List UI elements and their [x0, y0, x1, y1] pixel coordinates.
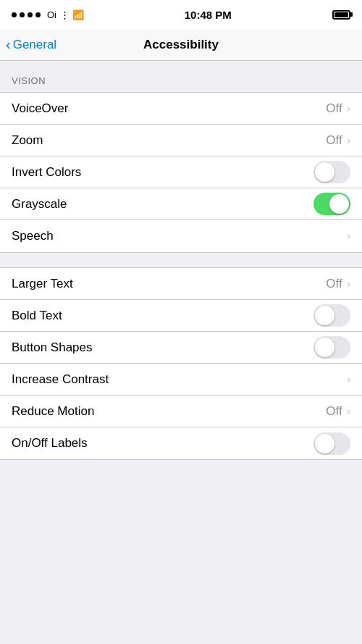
voiceover-chevron-icon: ›: [347, 102, 350, 115]
row-button-shapes[interactable]: Button Shapes: [0, 332, 362, 364]
zoom-label: Zoom: [12, 133, 43, 148]
signal-dots: [12, 12, 41, 17]
bold-text-toggle[interactable]: [313, 304, 350, 327]
battery-icon: [332, 10, 350, 20]
invert-colors-toggle-thumb: [315, 162, 334, 182]
reduce-motion-value: Off: [326, 404, 342, 419]
reduce-motion-right: Off ›: [326, 404, 350, 419]
bold-text-toggle-thumb: [315, 306, 334, 325]
invert-colors-label: Invert Colors: [12, 165, 81, 180]
grayscale-toggle-thumb: [329, 194, 349, 214]
larger-text-right: Off ›: [326, 277, 350, 291]
nav-bar: ‹ General Accessibility: [0, 29, 362, 61]
larger-text-label: Larger Text: [12, 277, 73, 291]
row-onoff-labels[interactable]: On/Off Labels: [0, 427, 362, 459]
status-bar-left: Oi ⋮ 📶: [12, 9, 84, 20]
invert-colors-toggle[interactable]: [313, 161, 350, 183]
row-increase-contrast[interactable]: Increase Contrast ›: [0, 364, 362, 396]
back-button[interactable]: ‹ General: [6, 37, 56, 53]
button-shapes-toggle-thumb: [315, 338, 334, 357]
increase-contrast-right: ›: [347, 373, 350, 386]
dot-4: [35, 12, 41, 17]
reduce-motion-chevron-icon: ›: [347, 405, 350, 418]
back-label: General: [13, 38, 56, 52]
back-chevron-icon: ‹: [6, 36, 11, 53]
increase-contrast-chevron-icon: ›: [347, 373, 350, 386]
reduce-motion-label: Reduce Motion: [12, 404, 94, 419]
wifi-icon: ⋮ 📶: [60, 9, 84, 20]
bold-text-label: Bold Text: [12, 309, 62, 323]
page-title: Accessibility: [143, 38, 219, 52]
dot-1: [12, 12, 17, 17]
button-shapes-label: Button Shapes: [12, 340, 93, 355]
zoom-value: Off: [326, 133, 342, 148]
status-bar-right: [332, 10, 350, 20]
row-larger-text[interactable]: Larger Text Off ›: [0, 268, 362, 300]
onoff-labels-toggle[interactable]: [313, 432, 350, 455]
onoff-labels-label: On/Off Labels: [12, 436, 88, 451]
battery-fill: [334, 12, 348, 17]
row-invert-colors[interactable]: Invert Colors: [0, 156, 362, 188]
row-reduce-motion[interactable]: Reduce Motion Off ›: [0, 396, 362, 427]
larger-text-chevron-icon: ›: [347, 277, 350, 290]
status-time: 10:48 PM: [185, 9, 232, 21]
row-zoom[interactable]: Zoom Off ›: [0, 125, 362, 156]
grayscale-toggle[interactable]: [313, 193, 350, 215]
dot-3: [28, 12, 33, 17]
row-speech[interactable]: Speech ›: [0, 220, 362, 252]
speech-chevron-icon: ›: [347, 230, 350, 243]
carrier-name: Oi: [47, 9, 56, 20]
voiceover-right: Off ›: [326, 101, 350, 116]
onoff-labels-toggle-thumb: [315, 434, 334, 453]
speech-right: ›: [347, 230, 350, 243]
section-header-vision: VISION: [0, 61, 362, 92]
status-bar: Oi ⋮ 📶 10:48 PM: [0, 0, 362, 29]
voiceover-label: VoiceOver: [12, 101, 68, 116]
zoom-right: Off ›: [326, 133, 350, 148]
text-settings-list: Larger Text Off › Bold Text Button Shape…: [0, 267, 362, 460]
voiceover-value: Off: [326, 101, 342, 116]
speech-label: Speech: [12, 229, 54, 243]
vision-settings-list: VoiceOver Off › Zoom Off › Invert Colors…: [0, 92, 362, 253]
dot-2: [20, 12, 25, 17]
button-shapes-toggle[interactable]: [313, 336, 350, 359]
row-grayscale[interactable]: Grayscale: [0, 188, 362, 220]
increase-contrast-label: Increase Contrast: [12, 372, 109, 387]
zoom-chevron-icon: ›: [347, 134, 350, 147]
row-voiceover[interactable]: VoiceOver Off ›: [0, 93, 362, 125]
row-bold-text[interactable]: Bold Text: [0, 300, 362, 332]
grayscale-label: Grayscale: [12, 197, 67, 212]
section-gap-1: [0, 253, 362, 267]
larger-text-value: Off: [326, 277, 342, 291]
